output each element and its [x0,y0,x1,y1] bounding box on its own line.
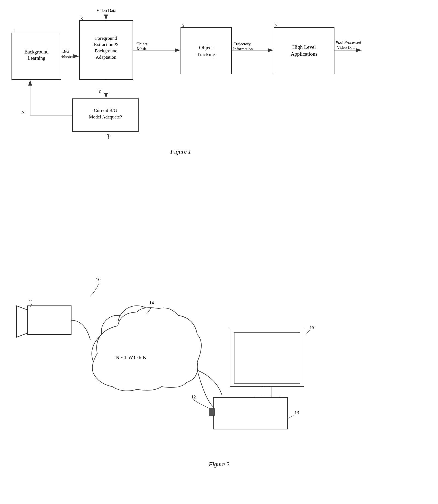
svg-text:12: 12 [191,394,196,400]
svg-text:9: 9 [108,133,111,138]
svg-text:Background: Background [24,49,48,55]
svg-text:Tracking: Tracking [197,52,215,57]
svg-text:Figure 1: Figure 1 [170,148,191,155]
svg-text:Trajectory: Trajectory [234,42,251,46]
svg-text:Background: Background [95,48,118,53]
svg-text:High Level: High Level [292,44,316,50]
svg-text:Video Data: Video Data [96,8,116,13]
figure2-svg: 10 11 NETWORK [0,252,438,499]
svg-text:Object: Object [136,42,148,46]
svg-text:1: 1 [13,28,15,33]
svg-text:Post-Processed: Post-Processed [335,40,361,45]
svg-text:Model Adequate?: Model Adequate? [89,114,122,120]
svg-text:7: 7 [275,23,277,28]
svg-text:Information: Information [233,47,253,51]
svg-text:N: N [21,110,25,115]
svg-text:Object: Object [199,45,213,50]
svg-text:NETWORK: NETWORK [116,355,147,360]
svg-rect-43 [27,306,71,335]
svg-text:Adaptation: Adaptation [96,55,116,60]
svg-rect-59 [209,409,214,415]
svg-rect-4 [181,27,231,74]
svg-rect-2 [12,33,61,80]
figure1-svg: 1 3 5 7 9 Background Learning Foreground… [0,0,438,252]
svg-rect-3 [79,21,133,80]
svg-text:13: 13 [294,410,299,415]
svg-rect-62 [234,333,300,383]
svg-text:10: 10 [96,277,101,282]
svg-text:Model: Model [62,54,73,58]
svg-text:Video Data: Video Data [337,45,356,50]
svg-text:Applications: Applications [291,51,317,57]
svg-text:11: 11 [29,299,33,304]
svg-text:Y: Y [98,89,101,94]
svg-text:15: 15 [310,325,314,330]
svg-rect-6 [73,99,138,132]
svg-text:Figure 2: Figure 2 [208,461,230,468]
svg-text:Current B/G: Current B/G [94,108,117,113]
svg-text:Extraction &: Extraction & [94,42,118,47]
svg-text:5: 5 [182,23,184,28]
svg-text:3: 3 [81,16,83,21]
figure1-container: 1 3 5 7 9 Background Learning Foreground… [0,0,438,252]
svg-marker-44 [16,306,27,337]
svg-text:14: 14 [149,300,154,305]
svg-text:Learning: Learning [28,55,45,61]
svg-rect-63 [263,387,271,397]
svg-rect-5 [274,27,334,74]
svg-text:Mask: Mask [137,47,146,51]
figure2-container: 10 11 NETWORK [0,252,438,499]
svg-text:B/G: B/G [62,49,69,53]
svg-rect-58 [214,398,288,429]
network-cloud: NETWORK [92,306,201,391]
svg-text:Foreground: Foreground [95,36,117,41]
